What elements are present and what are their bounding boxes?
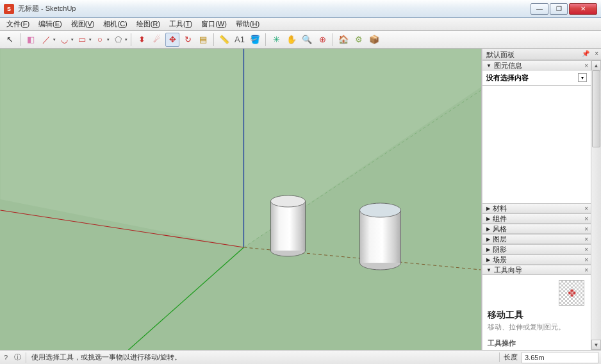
instructor-subtitle: 移动、拉伸或复制图元。 xyxy=(488,322,586,332)
entity-config-icon[interactable]: ▾ xyxy=(578,73,587,82)
rectangle-tool[interactable]: ▭ xyxy=(75,33,89,47)
panel-2[interactable]: ▶组件× xyxy=(482,213,591,224)
paint-tool[interactable]: 🪣 xyxy=(248,33,262,47)
panel-close-icon[interactable]: × xyxy=(584,226,588,233)
panel-close-icon[interactable]: × xyxy=(584,215,588,222)
caret-icon: ▶ xyxy=(486,216,490,222)
polygon-tool[interactable]: ⬠ xyxy=(111,33,125,47)
panel-close-icon[interactable]: × xyxy=(584,256,588,263)
menu-h[interactable]: 帮助(H) xyxy=(232,18,263,30)
line-tool-dropdown[interactable]: ▾ xyxy=(53,37,56,42)
menu-v[interactable]: 视图(V) xyxy=(67,18,99,30)
menu-t[interactable]: 工具(T) xyxy=(165,18,196,30)
arc-tool-dropdown[interactable]: ▾ xyxy=(71,37,74,42)
scale-tool[interactable]: ▤ xyxy=(196,33,210,47)
viewport[interactable] xyxy=(0,49,482,350)
toolbar-separator xyxy=(213,33,214,46)
pushpull-tool[interactable]: ⬍ xyxy=(135,33,149,47)
panel-5[interactable]: ▶阴影× xyxy=(482,244,591,254)
status-help-icon[interactable]: ? xyxy=(0,354,12,361)
polygon-tool-dropdown[interactable]: ▾ xyxy=(125,37,128,42)
instructor-preview-icon: ✥ xyxy=(559,280,584,306)
menu-w[interactable]: 窗口(W) xyxy=(197,18,231,30)
instructor-body: ✥移动工具移动、拉伸或复制图元。工具操作1.点击图元，或者用选择工具预先选择多个… xyxy=(482,275,591,350)
scroll-up-button[interactable]: ▲ xyxy=(591,60,601,70)
offset-tool[interactable]: ☄ xyxy=(150,33,164,47)
text-tool[interactable]: A1 xyxy=(233,33,247,47)
caret-icon: ▼ xyxy=(486,267,491,273)
panel-6[interactable]: ▶场景× xyxy=(482,254,591,265)
panel-0[interactable]: ▼图元信息× xyxy=(482,60,591,70)
toolbar-separator xyxy=(20,33,21,46)
maximize-button[interactable]: ❐ xyxy=(550,3,568,15)
eraser-tool[interactable]: ◧ xyxy=(24,33,38,47)
entity-info-text: 没有选择内容 xyxy=(486,73,529,83)
entity-info-body: 没有选择内容▾ xyxy=(482,70,591,86)
scroll-thumb[interactable] xyxy=(592,70,600,147)
panel-close-icon[interactable]: × xyxy=(584,62,588,69)
svg-rect-8 xyxy=(271,201,306,251)
titlebar: S 无标题 - SketchUp — ❐ ✕ xyxy=(0,0,601,18)
instructor-op-header: 工具操作 xyxy=(488,338,586,348)
rotate-tool[interactable]: ↻ xyxy=(181,33,195,47)
circle-tool[interactable]: ○ xyxy=(93,33,107,47)
panel-1[interactable]: ▶材料× xyxy=(482,203,591,213)
panel-close-icon[interactable]: × xyxy=(584,205,588,212)
toolbar: ↖◧／▾◡▾▭▾○▾⬠▾⬍☄✥↻▤📏A1🪣✳✋🔍⊕🏠⚙📦 xyxy=(0,31,601,49)
panel-3[interactable]: ▶风格× xyxy=(482,224,591,234)
panel-4[interactable]: ▶图层× xyxy=(482,234,591,244)
warehouse-tool[interactable]: 🏠 xyxy=(336,33,350,47)
status-info-icon[interactable]: ⓘ xyxy=(12,352,23,362)
tape-tool[interactable]: 📏 xyxy=(217,33,231,47)
measure-label: 长度 xyxy=(499,352,522,362)
pan-tool[interactable]: ✋ xyxy=(284,33,299,47)
toolbar-separator xyxy=(333,33,333,46)
cylinder-1 xyxy=(271,195,306,256)
caret-icon: ▶ xyxy=(486,226,490,232)
location-tool[interactable]: 📦 xyxy=(367,33,381,47)
orbit-tool[interactable]: ✳ xyxy=(269,33,283,47)
rectangle-tool-dropdown[interactable]: ▾ xyxy=(89,37,92,42)
app-icon: S xyxy=(4,4,14,14)
status-bar: ? ⓘ 使用选择工具，或挑选一事物以进行移动/旋转。 长度 3.65m xyxy=(0,350,601,364)
extension-tool[interactable]: ⚙ xyxy=(352,33,366,47)
close-button[interactable]: ✕ xyxy=(569,3,597,15)
toolbar-separator xyxy=(131,33,131,46)
tray-scrollbar[interactable]: ▲ ▼ xyxy=(591,60,601,350)
scroll-down-button[interactable]: ▼ xyxy=(591,340,601,350)
menu-r[interactable]: 绘图(R) xyxy=(133,18,164,30)
caret-icon: ▶ xyxy=(486,206,490,211)
panel-7[interactable]: ▼工具向导× xyxy=(482,265,591,275)
panel-close-icon[interactable]: × xyxy=(584,246,588,253)
toolbar-separator xyxy=(265,33,266,46)
instructor-op-list: 1.点击图元，或者用选择工具预先选择多个图元。2.将光标移至新的位置。3.点击完… xyxy=(488,349,586,350)
cylinder-2 xyxy=(360,203,401,270)
side-tray: 默认面板 📌 × ▼图元信息×没有选择内容▾▶材料×▶组件×▶风格×▶图层×▶阴… xyxy=(482,49,601,350)
minimize-button[interactable]: — xyxy=(531,3,548,15)
caret-icon: ▶ xyxy=(486,236,490,242)
svg-point-9 xyxy=(271,195,306,207)
circle-tool-dropdown[interactable]: ▾ xyxy=(107,37,110,42)
menu-f[interactable]: 文件(F) xyxy=(3,18,33,30)
zoom-extents-tool[interactable]: ⊕ xyxy=(315,33,329,47)
arc-tool[interactable]: ◡ xyxy=(57,33,71,47)
line-tool[interactable]: ／ xyxy=(39,33,53,47)
caret-icon: ▼ xyxy=(486,63,491,69)
menu-c[interactable]: 相机(C) xyxy=(99,18,131,30)
pin-icon[interactable]: 📌 xyxy=(582,50,589,57)
move-tool[interactable]: ✥ xyxy=(165,33,179,47)
menubar: 文件(F)编辑(E)视图(V)相机(C)绘图(R)工具(T)窗口(W)帮助(H) xyxy=(0,18,601,31)
svg-point-12 xyxy=(360,203,401,217)
zoom-tool[interactable]: 🔍 xyxy=(300,33,314,47)
status-hint: 使用选择工具，或挑选一事物以进行移动/旋转。 xyxy=(29,352,499,362)
svg-rect-11 xyxy=(360,210,401,263)
tray-close-icon[interactable]: × xyxy=(595,50,598,57)
caret-icon: ▶ xyxy=(486,247,490,252)
menu-e[interactable]: 编辑(E) xyxy=(35,18,66,30)
select-tool[interactable]: ↖ xyxy=(3,33,17,47)
instructor-title: 移动工具 xyxy=(488,310,586,321)
window-title: 无标题 - SketchUp xyxy=(18,4,529,13)
panel-close-icon[interactable]: × xyxy=(584,236,588,243)
tray-header[interactable]: 默认面板 📌 × xyxy=(482,49,601,60)
panel-close-icon[interactable]: × xyxy=(584,267,588,274)
